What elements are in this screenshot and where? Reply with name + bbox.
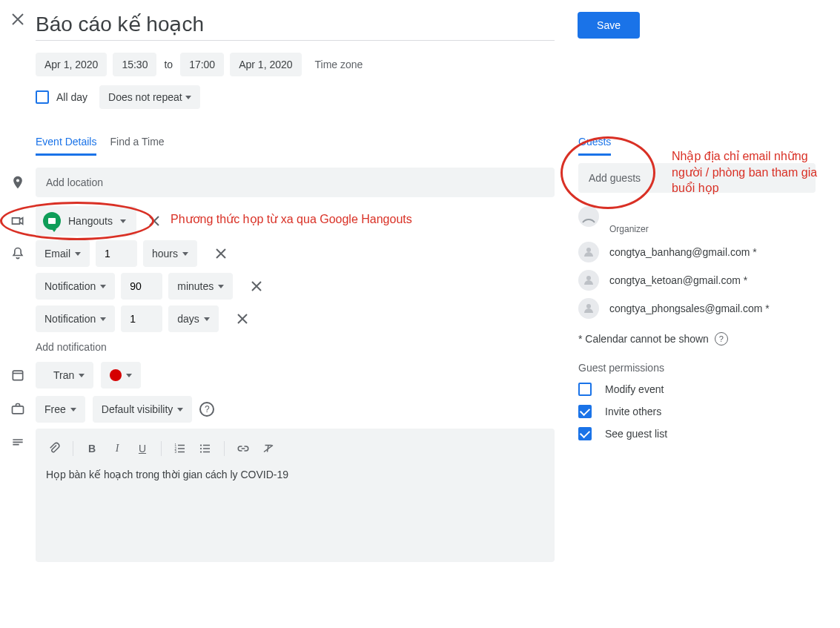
to-label: to [162, 59, 174, 70]
organizer-avatar [578, 206, 599, 227]
location-icon [0, 175, 36, 190]
remove-notif-2[interactable] [234, 310, 251, 328]
guest-email: congtya_banhang@gmail.com * [609, 246, 757, 258]
timezone-link[interactable]: Time zone [315, 59, 363, 70]
modify-event-checkbox[interactable] [578, 383, 592, 396]
color-dot-icon [110, 369, 122, 381]
allday-checkbox[interactable] [36, 90, 49, 104]
end-date-chip[interactable]: Apr 1, 2020 [230, 53, 301, 76]
svg-point-7 [200, 451, 202, 452]
visibility-select[interactable]: Default visibility [93, 396, 192, 423]
save-button[interactable]: Save [578, 12, 640, 39]
location-input[interactable] [36, 168, 555, 197]
clear-format-button[interactable] [257, 437, 280, 460]
event-title-input[interactable] [36, 10, 555, 41]
remove-notif-0[interactable] [212, 245, 230, 262]
guest-item[interactable]: congtya_ketoan@gmail.com * [578, 270, 834, 291]
description-toolbar: B I U 123 [43, 434, 547, 467]
calendar-icon [0, 368, 36, 383]
invite-others-checkbox[interactable] [578, 405, 592, 418]
avatar-icon [578, 242, 599, 262]
invite-others-label: Invite others [605, 406, 661, 417]
hangouts-icon [43, 212, 61, 230]
see-guest-list-checkbox[interactable] [578, 427, 592, 440]
notif-value-2[interactable] [121, 305, 162, 332]
notif-value-1[interactable] [121, 273, 162, 300]
bell-icon [0, 246, 36, 261]
notif-value-0[interactable] [96, 240, 137, 267]
svg-rect-0 [13, 371, 22, 380]
remove-conferencing-button[interactable] [145, 212, 163, 230]
notif-type-select-0[interactable]: Email [36, 240, 90, 267]
notif-unit-select-0[interactable]: hours [143, 240, 197, 267]
visibility-help-icon[interactable]: ? [199, 402, 214, 417]
help-icon[interactable]: ? [715, 332, 728, 346]
remove-notif-1[interactable] [248, 277, 265, 295]
busy-free-select[interactable]: Free [36, 396, 85, 423]
video-icon [0, 214, 36, 228]
link-button[interactable] [232, 437, 254, 460]
svg-point-5 [200, 444, 202, 446]
tab-find-a-time[interactable]: Find a Time [110, 130, 164, 156]
bulleted-list-button[interactable] [194, 437, 216, 460]
modify-event-label: Modify event [605, 383, 664, 395]
underline-button[interactable]: U [131, 437, 153, 460]
repeat-select[interactable]: Does not repeat [99, 85, 200, 109]
svg-point-6 [200, 448, 202, 449]
description-text[interactable]: Họp bàn kế hoạch trong thời gian cách ly… [43, 467, 547, 482]
numbered-list-button[interactable]: 123 [169, 437, 191, 460]
avatar-icon [578, 298, 599, 319]
description-icon [0, 436, 36, 451]
end-time-chip[interactable]: 17:00 [180, 53, 224, 76]
close-button[interactable] [9, 10, 27, 28]
guest-email: congtya_phongsales@gmail.com * [609, 303, 770, 314]
notif-unit-select-1[interactable]: minutes [168, 273, 233, 300]
svg-point-9 [586, 276, 591, 280]
guest-email: congtya_ketoan@gmail.com * [609, 274, 747, 286]
svg-point-8 [586, 248, 591, 252]
bold-button[interactable]: B [81, 437, 103, 460]
notif-unit-select-2[interactable]: days [168, 305, 219, 332]
notif-type-select-1[interactable]: Notification [36, 273, 115, 300]
start-date-chip[interactable]: Apr 1, 2020 [36, 53, 107, 76]
tab-event-details[interactable]: Event Details [36, 130, 96, 156]
svg-point-10 [586, 304, 591, 308]
hangouts-chip[interactable]: Hangouts [36, 206, 136, 236]
start-time-chip[interactable]: 15:30 [113, 53, 156, 76]
see-guest-list-label: See guest list [605, 428, 667, 440]
briefcase-icon [0, 402, 36, 417]
svg-rect-1 [13, 406, 24, 414]
caret-icon [185, 96, 191, 99]
close-icon [11, 13, 24, 26]
description-box[interactable]: B I U 123 Họp bàn kế hoạch trong thời gi… [36, 429, 555, 562]
add-guests-input[interactable] [578, 163, 816, 193]
hangouts-label: Hangouts [68, 215, 113, 227]
caret-icon [120, 219, 126, 223]
notif-type-select-2[interactable]: Notification [36, 305, 115, 332]
attach-button[interactable] [43, 437, 65, 460]
italic-button[interactable]: I [106, 437, 128, 460]
add-notification-link[interactable]: Add notification [36, 341, 563, 353]
organizer-label: Organizer [609, 224, 834, 234]
repeat-label: Does not repeat [108, 91, 182, 103]
allday-label: All day [56, 91, 87, 103]
guest-item[interactable]: congtya_banhang@gmail.com * [578, 242, 834, 262]
calendar-select[interactable]: Tran [36, 362, 93, 389]
organizer-name [609, 211, 612, 222]
svg-text:3: 3 [175, 450, 177, 454]
avatar-icon [578, 270, 599, 291]
guests-tab[interactable]: Guests [578, 130, 611, 156]
event-color-select[interactable] [101, 362, 141, 389]
calendar-cannot-shown: * Calendar cannot be shown ? [578, 332, 834, 346]
x-icon [148, 215, 160, 227]
guest-item[interactable]: congtya_phongsales@gmail.com * [578, 298, 834, 319]
guest-permissions-header: Guest permissions [578, 362, 834, 374]
